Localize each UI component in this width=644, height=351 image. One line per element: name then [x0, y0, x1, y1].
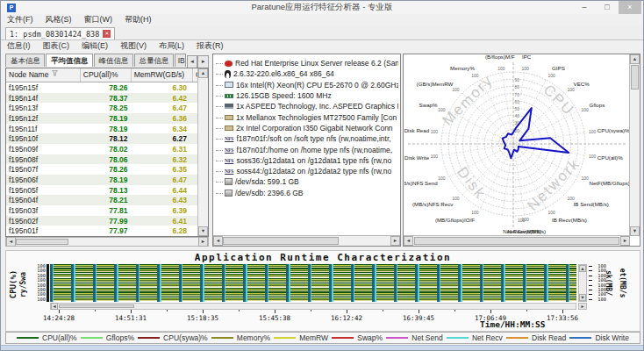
system-info-item[interactable]: /dev/sda: 599.1 GB	[216, 176, 398, 187]
legend-item[interactable]: MemRW	[274, 333, 328, 342]
menu-item[interactable]: 报表(R)	[190, 40, 230, 52]
system-info-item[interactable]: NFSf187n01f:/soft on /soft type nfs (rw,…	[216, 133, 398, 144]
table-row[interactable]: f195n09f78.026.31	[6, 144, 198, 154]
legend-item[interactable]: Gflops%	[81, 333, 134, 342]
legend-item[interactable]: Disk Write	[569, 333, 629, 342]
table-row[interactable]: f195n05f78.136.44	[6, 185, 198, 196]
filter-icon[interactable]	[52, 70, 58, 76]
scroll-up-icon[interactable]: ▲	[630, 54, 640, 64]
scroll-down-icon[interactable]: ▼	[198, 226, 208, 236]
menu-item[interactable]: 图表(C)	[37, 40, 76, 52]
table-row[interactable]: f195n12f78.196.36	[6, 113, 198, 124]
system-info-text: 2.6.32-220.el6.x86_64 x86_64	[233, 69, 334, 78]
menu-item[interactable]: 布局(L)	[153, 40, 190, 52]
menu-item[interactable]: 编辑(E)	[75, 40, 114, 52]
radar-horizontal-scrollbar[interactable]: ◄ ►	[404, 235, 630, 246]
radar-axis-max: 100	[589, 129, 597, 134]
system-info-item[interactable]: /dev/sdb: 2396.6 GB	[216, 188, 398, 198]
column-header[interactable]: Node Name	[6, 68, 81, 82]
plot-horizontal-scrollbar[interactable]: ◄	[50, 303, 576, 310]
table-row[interactable]: f195n11f78.196.34	[6, 124, 198, 134]
table-vertical-scrollbar[interactable]: ▲ ▼	[197, 68, 208, 236]
system-info-item[interactable]: 2.6.32-220.el6.x86_64 x86_64	[216, 68, 398, 79]
legend-item[interactable]: Net Recv	[447, 333, 503, 342]
menu-item[interactable]: 帮助(H)	[118, 14, 158, 25]
system-info-item[interactable]: Red Hat Enterprise Linux Server release …	[216, 58, 398, 68]
menu-item[interactable]: 视图(V)	[114, 40, 153, 52]
legend-item[interactable]: Swap%	[332, 333, 383, 342]
scroll-left-icon[interactable]: ◄	[213, 236, 223, 246]
legend-item[interactable]: CPU(all)%	[17, 333, 77, 342]
radar-axis-label: IB Recv(MB/s)	[552, 217, 587, 223]
scroll-right-icon[interactable]: ►	[620, 236, 630, 246]
table-row[interactable]: f195n15f78.266.30	[6, 82, 198, 93]
tab-scroll-right-icon[interactable]: ►	[197, 55, 209, 68]
system-info-item[interactable]: 1x Mellanox Technologies MT27500 Family …	[216, 111, 398, 122]
memrw-value-cell: 6.43	[136, 196, 199, 204]
info-tab[interactable]: IB	[175, 54, 186, 67]
scroll-right-icon[interactable]: ►	[198, 237, 208, 247]
menu-item[interactable]: 风格(S)	[39, 14, 78, 25]
table-row[interactable]: f195n03f77.816.39	[6, 205, 198, 216]
scroll-down-icon[interactable]: ▼	[630, 226, 640, 236]
table-row[interactable]: f195n04f78.216.43	[6, 195, 198, 205]
node-name-cell: f195n09f	[6, 145, 84, 154]
sysinfo-horizontal-scrollbar[interactable]: ◄ ►	[213, 235, 400, 246]
table-row[interactable]: f195n07f78.266.35	[6, 164, 198, 175]
column-header[interactable]: CPU(all)%	[81, 68, 132, 82]
system-info-item[interactable]: NFSsoss36:/g12data1 on /g12data1 type nf…	[216, 155, 398, 166]
maximize-button[interactable]: □	[596, 1, 619, 14]
scrollbar-thumb[interactable]	[631, 65, 639, 90]
tab-close-icon[interactable]: ×	[103, 30, 111, 38]
legend-item[interactable]: CPU(sywa)%	[138, 333, 208, 342]
table-row[interactable]: f195n01f77.976.28	[6, 226, 198, 236]
radar-axis-label: Memory%	[450, 65, 475, 71]
radar-vertical-scrollbar[interactable]: ▲ ▼	[629, 54, 640, 236]
document-tab[interactable]: 1: psdm_08301424_838 ×	[5, 27, 115, 39]
system-info-item[interactable]: 2x Intel Corporation I350 Gigabit Networ…	[216, 123, 398, 133]
close-button[interactable]: ×	[619, 1, 641, 14]
info-tab[interactable]: 总量信息	[134, 54, 174, 67]
scrollbar-thumb[interactable]	[16, 239, 68, 245]
scrollbar-thumb[interactable]	[414, 237, 619, 245]
plot-vertical-scrollbar[interactable]: ▲ ▼	[578, 264, 587, 302]
tab-scroll-left-icon[interactable]: ◄	[187, 55, 198, 68]
menu-item[interactable]: 信息(I)	[1, 40, 37, 52]
system-info-item[interactable]: 16x Intel(R) Xeon(R) CPU E5-2670 0 @ 2.6…	[216, 80, 398, 90]
table-row[interactable]: f195n13f78.256.47	[6, 103, 198, 113]
legend-item[interactable]: Memory%	[211, 333, 270, 342]
info-tab[interactable]: 基本信息	[5, 54, 45, 67]
scroll-up-icon[interactable]: ▲	[579, 265, 586, 272]
menu-item[interactable]: 窗口(W)	[78, 14, 119, 25]
column-header[interactable]: MemRW(GB/s)	[132, 68, 193, 82]
table-row[interactable]: f195n10f78.126.27	[6, 133, 198, 144]
scroll-up-icon[interactable]: ▲	[198, 68, 208, 78]
scrollbar-thumb[interactable]	[223, 237, 339, 245]
scrollbar-thumb[interactable]	[59, 304, 134, 308]
system-info-item[interactable]: 1x ASPEED Technology, Inc. ASPEED Graphi…	[216, 101, 398, 111]
scroll-left-icon[interactable]: ◄	[51, 303, 58, 310]
table-row[interactable]: f195n06f78.196.47	[6, 175, 198, 185]
scroll-corner-icon[interactable]: ►	[578, 303, 587, 310]
scroll-right-icon[interactable]: ►	[390, 236, 400, 246]
menu-item[interactable]: 文件(F)	[1, 14, 39, 25]
scroll-left-icon[interactable]: ◄	[404, 236, 413, 246]
radar-chart: MemoryCPUDiskNetwork2030405060708090100I…	[404, 55, 629, 237]
system-info-item[interactable]: 126.15GB Speed: 1600 MHz	[216, 90, 398, 101]
minimize-button[interactable]: –	[573, 1, 596, 14]
table-row[interactable]: f195n02f77.996.41	[6, 216, 198, 226]
scroll-left-icon[interactable]: ◄	[6, 237, 16, 247]
system-info-item[interactable]: NFSsoss44:/g12data2 on /g12data2 type nf…	[216, 166, 398, 176]
table-horizontal-scrollbar[interactable]: ◄ ►	[5, 237, 209, 247]
info-tab[interactable]: 峰值信息	[94, 54, 133, 67]
node-name-cell: f195n01f	[6, 226, 84, 235]
system-info-text: soss44:/g12data2 on /g12data2 type nfs (…	[236, 167, 391, 176]
info-tab[interactable]: 平均值信息	[46, 54, 92, 67]
tree-branch-line	[216, 160, 223, 161]
table-row[interactable]: f195n14f78.376.42	[6, 93, 198, 104]
scroll-down-icon[interactable]: ▼	[579, 294, 586, 301]
legend-item[interactable]: Net Send	[386, 333, 442, 342]
legend-item[interactable]: Disk Read	[506, 333, 566, 342]
system-info-item[interactable]: NFSf187n01f:/home on /home type nfs (rw,…	[216, 144, 398, 154]
table-row[interactable]: f195n08f78.066.32	[6, 154, 198, 165]
